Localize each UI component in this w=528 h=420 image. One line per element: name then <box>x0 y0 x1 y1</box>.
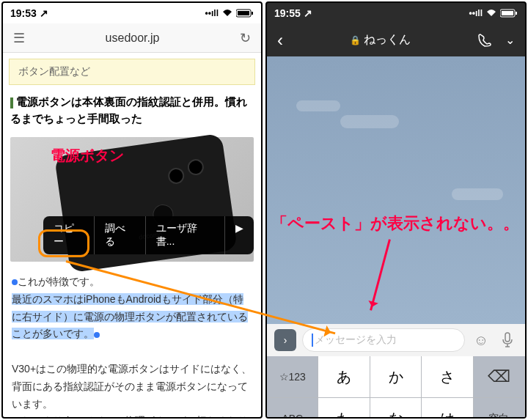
call-icon[interactable] <box>477 33 492 48</box>
location-icon: ↗ <box>304 7 312 19</box>
article-photo: 電源ボタン docomo コピー 調べる ユーザ辞書... ▶ <box>10 137 254 262</box>
emoji-icon[interactable]: ☺ <box>471 330 491 350</box>
lookup-menu-item[interactable]: 調べる <box>95 216 146 254</box>
kb-key-sa[interactable]: さ <box>422 356 473 397</box>
svg-rect-4 <box>502 11 513 15</box>
chat-title: ねっくん <box>364 32 411 48</box>
kb-key-a[interactable]: あ <box>318 356 370 397</box>
kb-abc-key[interactable]: ABC <box>267 398 318 419</box>
wifi-icon <box>221 9 233 18</box>
battery-icon <box>500 9 518 18</box>
lock-icon: 🔒 <box>350 35 361 45</box>
expand-button[interactable]: › <box>274 329 296 351</box>
signal-icon: ••ıll <box>469 8 483 18</box>
location-icon: ↗ <box>40 7 48 19</box>
reload-icon[interactable]: ↻ <box>240 30 251 46</box>
more-menu-item[interactable]: ▶ <box>225 216 254 254</box>
chat-header: ‹ 🔒 ねっくん ⌄ <box>267 23 525 56</box>
browser-toolbar: ☰ usedoor.jp ↻ <box>3 23 261 53</box>
article-body[interactable]: これが特徴です。 最近のスマホはiPhoneもAndroidもサイド部分（特に右… <box>3 269 261 419</box>
svg-rect-1 <box>238 11 249 15</box>
article-heading: 電源ボタンは本体裏面の指紋認証と併用。慣れるまでちょっと手間取った <box>3 91 261 130</box>
kb-key-na[interactable]: な <box>370 398 422 419</box>
menu-icon[interactable]: ☰ <box>13 30 25 46</box>
battery-icon <box>236 9 254 18</box>
url-text[interactable]: usedoor.jp <box>106 32 160 45</box>
kb-key-ka[interactable]: か <box>370 356 422 397</box>
keyboard: ☆123 あ か さ ⌫ ABC た な は 空白 <box>267 356 525 419</box>
message-input-bar: › メッセージを入力 ☺ <box>267 324 525 356</box>
userdict-menu-item[interactable]: ユーザ辞書... <box>146 216 225 254</box>
kb-key-ha[interactable]: は <box>422 398 473 419</box>
mic-icon[interactable] <box>497 330 518 350</box>
kb-space-key[interactable]: 空白 <box>474 398 525 419</box>
svg-rect-2 <box>252 12 253 15</box>
section-banner: ボタン配置など <box>9 59 255 85</box>
copy-highlight-box <box>38 229 89 257</box>
status-bar-right: 19:55 ↗ ••ıll <box>267 3 525 23</box>
chat-background[interactable] <box>267 56 525 324</box>
signal-icon: ••ıll <box>205 8 219 18</box>
annotation-label: 電源ボタン <box>51 146 124 166</box>
svg-rect-6 <box>505 333 510 342</box>
annotation-overlay-text: 「ペースト」が表示されない。。 <box>271 213 519 235</box>
kb-backspace-key[interactable]: ⌫ <box>474 356 525 397</box>
back-icon[interactable]: ‹ <box>277 30 283 51</box>
svg-rect-5 <box>516 12 517 15</box>
status-bar-left: 19:53 ↗ ••ıll <box>3 3 261 23</box>
kb-key-ta[interactable]: た <box>318 398 370 419</box>
kb-mode-key[interactable]: ☆123 <box>267 356 318 397</box>
chevron-down-icon[interactable]: ⌄ <box>505 33 515 48</box>
wifi-icon <box>485 9 497 18</box>
